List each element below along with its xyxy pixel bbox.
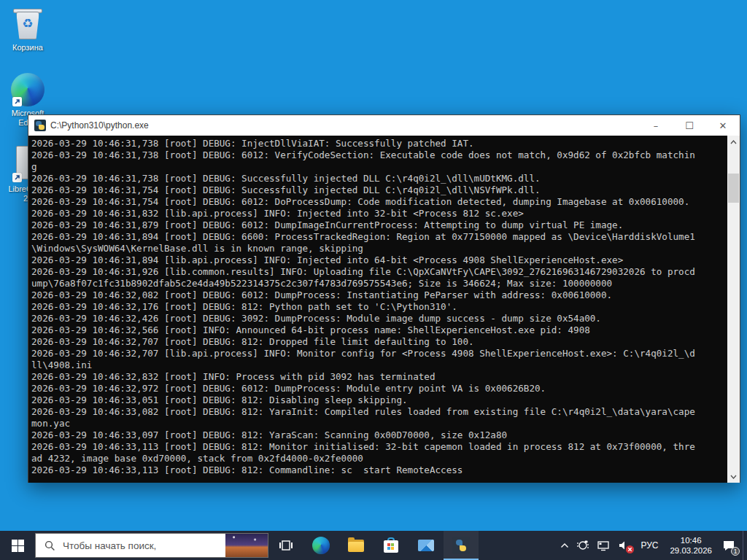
meet-now-icon (576, 540, 589, 551)
task-view-button[interactable] (268, 531, 303, 560)
taskbar-search[interactable]: Чтобы начать поиск, (35, 533, 268, 558)
console-line: 2026-03-29 10:46:31,879 [root] DEBUG: 60… (31, 219, 727, 231)
meet-now-button[interactable] (573, 531, 593, 560)
scroll-down-icon[interactable] (727, 470, 740, 483)
console-log: 2026-03-29 10:46:31,738 [root] DEBUG: In… (28, 136, 727, 483)
console-line: ump\76a8f07c1fc31b8902dfab5c2e4da49b5223… (31, 278, 727, 289)
mute-badge-icon (626, 545, 634, 553)
action-center-button[interactable]: 1 (718, 531, 743, 560)
clock-time: 10:46 (670, 535, 712, 545)
taskbar: Чтобы начать поиск, (0, 531, 747, 560)
maximize-button[interactable]: ☐ (673, 115, 706, 136)
search-highlight-image[interactable] (225, 534, 268, 557)
notification-badge: 1 (731, 547, 740, 556)
tray-overflow-button[interactable] (557, 531, 573, 560)
edge-icon (312, 537, 330, 554)
console-line: 2026-03-29 10:46:33,051 [root] DEBUG: 81… (31, 394, 727, 406)
console-line: 2026-03-29 10:46:32,707 [lib.api.process… (31, 348, 727, 359)
console-output: 2026-03-29 10:46:31,738 [root] DEBUG: In… (28, 136, 740, 483)
console-line: g (31, 161, 727, 173)
search-icon (44, 540, 55, 551)
minimize-button[interactable]: – (639, 115, 673, 136)
scrollbar-thumb[interactable] (728, 174, 739, 203)
show-desktop-button[interactable] (743, 531, 747, 560)
console-line: 2026-03-29 10:46:32,176 [root] DEBUG: 81… (31, 301, 727, 313)
console-line: 2026-03-29 10:46:32,426 [root] DEBUG: 30… (31, 313, 727, 324)
console-line: 2026-03-29 10:46:31,754 [root] DEBUG: 60… (31, 196, 727, 208)
windows-logo-icon (12, 540, 24, 552)
console-line: 2026-03-29 10:46:33,097 [root] DEBUG: 81… (31, 429, 727, 441)
start-button[interactable] (0, 531, 35, 560)
network-button[interactable] (593, 531, 614, 560)
console-line: 2026-03-29 10:46:31,894 [lib.api.process… (31, 254, 727, 266)
system-tray: РУС 10:46 29.03.2026 1 (557, 531, 747, 560)
taskbar-app-store[interactable] (374, 531, 409, 560)
python-app-icon (34, 120, 46, 131)
edge-icon (11, 73, 44, 106)
python-console-icon (452, 537, 470, 554)
console-line: ll\4908.ini (31, 359, 727, 371)
console-line: 2026-03-29 10:46:32,566 [root] INFO: Ann… (31, 324, 727, 336)
shortcut-arrow-icon (12, 173, 22, 182)
console-line: \Windows\SysWOW64\KernelBase.dll is in k… (31, 243, 727, 254)
language-indicator[interactable]: РУС (635, 540, 664, 551)
search-placeholder: Чтобы начать поиск, (63, 540, 225, 551)
console-line: mon.yac (31, 418, 727, 429)
console-line: 2026-03-29 10:46:31,738 [root] DEBUG: Su… (31, 173, 727, 184)
console-line: 2026-03-29 10:46:33,082 [root] DEBUG: 81… (31, 406, 727, 418)
console-line: ad 4232, image base 0xd70000, stack from… (31, 453, 727, 464)
taskbar-app-edge[interactable] (303, 531, 338, 560)
scroll-up-icon[interactable] (727, 136, 740, 148)
taskbar-app-mail[interactable] (409, 531, 444, 560)
window-title: C:\Python310\python.exe (50, 120, 639, 131)
console-line: 2026-03-29 10:46:33,113 [root] DEBUG: 81… (31, 464, 727, 476)
console-line: 2026-03-29 10:46:32,082 [root] DEBUG: 60… (31, 289, 727, 301)
console-line: 2026-03-29 10:46:32,707 [root] DEBUG: 81… (31, 336, 727, 348)
console-line: 2026-03-29 10:46:31,832 [lib.api.process… (31, 208, 727, 219)
recycle-bin-icon: ♻ (12, 6, 44, 41)
taskbar-app-file-explorer[interactable] (338, 531, 374, 560)
window-titlebar[interactable]: C:\Python310\python.exe – ☐ ✕ (28, 115, 740, 136)
mail-icon (417, 537, 435, 554)
microsoft-store-icon (382, 537, 400, 554)
console-line: 2026-03-29 10:46:31,926 [lib.common.resu… (31, 266, 727, 278)
close-button[interactable]: ✕ (706, 115, 740, 136)
console-line: 2026-03-29 10:46:32,832 [root] INFO: Pro… (31, 371, 727, 383)
desktop-icon-recycle-bin[interactable]: ♻ Корзина (7, 6, 48, 52)
task-view-icon (279, 539, 293, 552)
scrollbar[interactable] (727, 136, 740, 483)
console-line: 2026-03-29 10:46:31,754 [root] DEBUG: Su… (31, 184, 727, 196)
shortcut-arrow-icon (12, 97, 22, 106)
chevron-up-icon (560, 542, 569, 548)
recycle-bin-label: Корзина (7, 43, 48, 52)
console-line: 2026-03-29 10:46:31,738 [root] DEBUG: In… (31, 138, 727, 149)
console-line: 2026-03-29 10:46:31,738 [root] DEBUG: 60… (31, 149, 727, 161)
volume-button[interactable] (614, 531, 635, 560)
console-line: 2026-03-29 10:46:31,894 [root] DEBUG: 66… (31, 231, 727, 243)
file-explorer-icon (347, 537, 365, 554)
console-line: 2026-03-29 10:46:32,972 [root] DEBUG: 60… (31, 383, 727, 394)
taskbar-app-python-console[interactable] (444, 531, 479, 560)
clock-date: 29.03.2026 (670, 545, 712, 556)
console-window: C:\Python310\python.exe – ☐ ✕ 2026-03-29… (28, 114, 740, 483)
network-ethernet-icon (597, 540, 611, 551)
console-line: 2026-03-29 10:46:33,113 [root] DEBUG: 81… (31, 441, 727, 453)
taskbar-clock[interactable]: 10:46 29.03.2026 (664, 535, 718, 556)
